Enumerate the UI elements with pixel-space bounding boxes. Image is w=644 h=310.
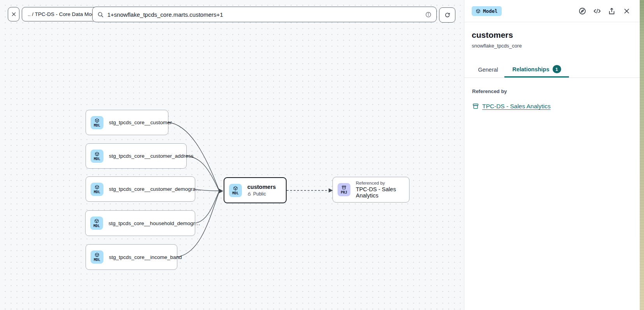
info-icon[interactable] [425,11,432,18]
close-icon [623,7,630,15]
node-stg-customer[interactable]: MDL stg_tpcds_core__customer [86,110,168,135]
archive-icon [472,103,479,110]
lineage-search[interactable] [92,7,437,22]
page-subtitle: snowflake_tpcds_core [472,43,632,49]
breadcrumb-label: .. / TPC-DS - Core Data Models [28,11,102,17]
app-window: .. / TPC-DS - Core Data Models MDL stg_t… [0,0,644,310]
node-label: stg_tpcds_core__customer [109,120,172,125]
details-panel: Model customers snowflake_tpcds_core [464,0,640,310]
refresh-icon [444,12,451,18]
relationships-count-badge: 1 [553,65,561,73]
node-stg-income-band[interactable]: MDL stg_tpcds_core__income_band [86,244,177,270]
node-referenced-project[interactable]: PRJ Referenced by TPC-DS - Sales Analyti… [332,177,410,203]
tab-general[interactable]: General [472,62,504,78]
node-label: stg_tpcds_core__household_demogr… [108,220,200,226]
desktop-edge-strip [640,0,644,310]
model-badge: MDL [229,184,242,197]
panel-tabs: General Relationships 1 [464,62,640,78]
compass-icon [578,7,586,15]
lineage-edges [0,0,464,310]
cube-icon [476,9,481,14]
cube-icon [94,151,100,157]
cube-icon [94,118,100,123]
model-type-badge: Model [472,6,502,16]
unlock-icon [247,192,252,196]
share-button[interactable] [607,6,616,16]
node-stg-customer-demographics[interactable]: MDL stg_tpcds_core__customer_demogra… [86,176,195,202]
referenced-project-link[interactable]: TPC-DS - Sales Analytics [482,103,551,110]
model-badge: MDL [91,250,103,264]
tab-relationships[interactable]: Relationships 1 [504,62,569,78]
explore-lineage-button[interactable] [578,6,587,16]
project-badge: PRJ [338,183,350,196]
node-visibility: Public [247,191,276,197]
panel-header: Model [464,0,640,22]
node-label: customers [247,184,276,190]
referenced-project-row[interactable]: TPC-DS - Sales Analytics [472,103,632,110]
close-icon [11,11,17,17]
relationships-content: Referenced by TPC-DS - Sales Analytics [464,78,640,110]
search-input[interactable] [107,11,422,18]
cube-icon [233,186,238,191]
node-label: TPC-DS - Sales Analytics [356,186,403,199]
referenced-by-label: Referenced by [472,88,632,94]
node-kicker: Referenced by [356,181,403,185]
close-panel-button[interactable] [622,6,631,16]
lineage-canvas[interactable]: .. / TPC-DS - Core Data Models MDL stg_t… [0,0,464,310]
cube-icon [94,252,100,257]
share-icon [608,7,616,15]
node-stg-customer-address[interactable]: MDL stg_tpcds_core__customer_address [86,143,187,169]
page-title: customers [472,30,632,40]
model-badge: MDL [91,183,103,196]
panel-title-block: customers snowflake_tpcds_core [464,22,640,49]
archive-icon [341,185,346,190]
cube-icon [94,185,100,190]
node-label: stg_tpcds_core__customer_address [109,153,194,159]
search-icon [97,11,104,18]
model-badge: MDL [91,116,103,129]
model-badge: MDL [90,217,103,230]
exit-lineage-button[interactable] [8,7,19,21]
node-customers-selected[interactable]: MDL customers Public [224,177,287,203]
view-code-button[interactable] [592,6,602,16]
node-stg-household-demographics[interactable]: MDL stg_tpcds_core__household_demogr… [85,210,195,236]
panel-actions [578,6,631,16]
refresh-lineage-button[interactable] [439,7,455,23]
model-badge: MDL [91,150,103,163]
node-label: stg_tpcds_core__customer_demogra… [109,186,201,192]
node-label: stg_tpcds_core__income_band [109,254,182,260]
code-icon [593,7,601,15]
cube-icon [94,218,99,224]
